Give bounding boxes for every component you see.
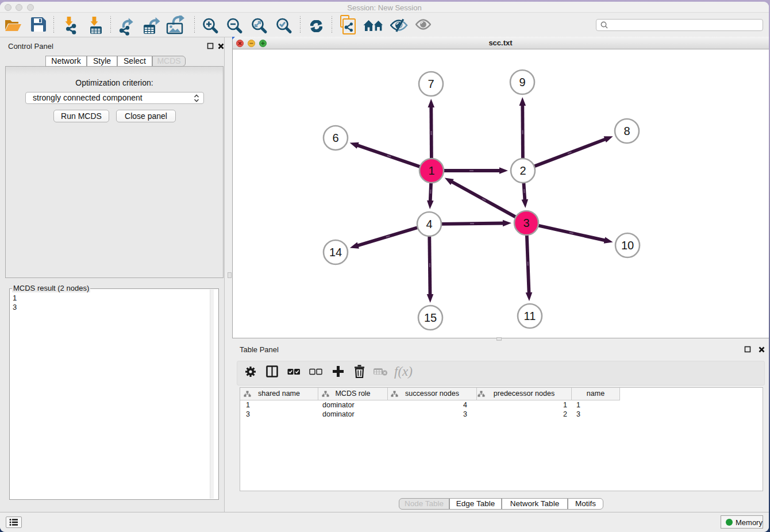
svg-text:6: 6: [332, 132, 338, 144]
svg-text:9: 9: [519, 76, 525, 88]
svg-text:2: 2: [519, 164, 526, 177]
svg-text:4: 4: [426, 218, 432, 230]
svg-text:15: 15: [424, 311, 437, 324]
svg-text:14: 14: [329, 246, 342, 259]
svg-text:8: 8: [623, 125, 630, 137]
svg-text:10: 10: [621, 239, 634, 252]
svg-text:3: 3: [523, 217, 529, 229]
svg-text:7: 7: [428, 78, 434, 90]
svg-text:11: 11: [524, 310, 536, 322]
svg-text:1: 1: [428, 164, 434, 177]
